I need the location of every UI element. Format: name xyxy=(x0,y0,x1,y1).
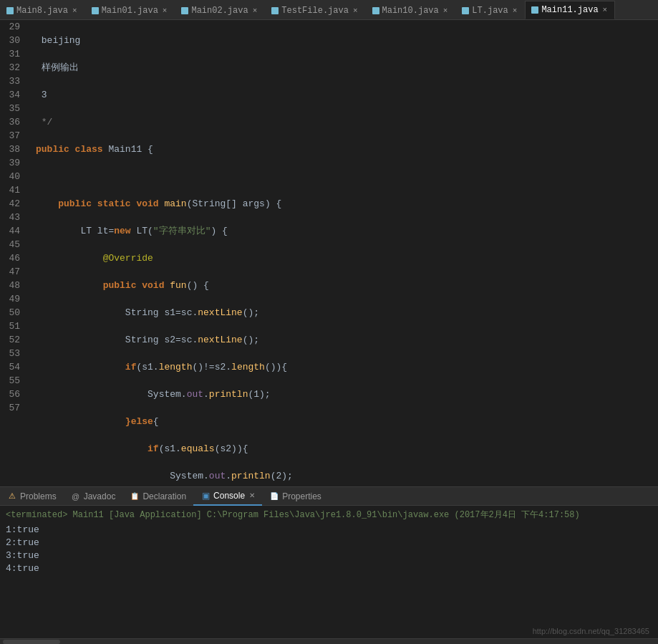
java-file-icon xyxy=(181,7,188,14)
console-output-line-3: 3:true xyxy=(6,549,652,562)
code-line-36: LT lt=new LT("字符串对比") { xyxy=(36,224,658,238)
code-line-39: String s1=sc.nextLine(); xyxy=(36,306,658,319)
tab-properties[interactable]: 📄 Properties xyxy=(262,487,329,506)
tab-problems[interactable]: ⚠ Problems xyxy=(0,487,64,506)
tab-close-icon[interactable]: × xyxy=(352,6,359,15)
tab-label: Main01.java xyxy=(102,6,158,16)
tab-label: Main02.java xyxy=(191,6,248,16)
warning-icon: ⚠ xyxy=(7,491,17,501)
tab-label: Main8.java xyxy=(16,6,68,16)
java-file-icon xyxy=(271,7,279,14)
tab-main11[interactable]: Main11.java × xyxy=(525,1,615,19)
tab-close-icon[interactable]: × xyxy=(161,6,169,15)
gutter xyxy=(26,20,33,486)
code-line-42: System.out.println(1); xyxy=(36,388,658,401)
tab-lt[interactable]: LT.java × xyxy=(455,1,525,19)
code-editor[interactable]: 29 30 31 32 33 34 35 36 37 38 39 40 41 4… xyxy=(0,20,658,486)
code-line-30: 样例输出 xyxy=(36,61,658,75)
tab-testfile[interactable]: TestFile.java × xyxy=(265,1,365,19)
tab-close-icon[interactable]: × xyxy=(601,6,609,14)
tab-console-label: Console xyxy=(213,491,245,501)
line-numbers: 29 30 31 32 33 34 35 36 37 38 39 40 41 4… xyxy=(0,20,26,486)
declaration-icon: 📋 xyxy=(130,491,140,501)
java-file-icon xyxy=(92,7,99,14)
tab-declaration[interactable]: 📋 Declaration xyxy=(122,487,193,506)
code-line-41: if(s1.length()!=s2.length()){ xyxy=(36,360,658,374)
tab-properties-label: Properties xyxy=(282,491,321,501)
console-output-line-1: 1:true xyxy=(6,524,652,537)
tab-label: TestFile.java xyxy=(281,6,349,16)
console-terminated-line: <terminated> Main11 [Java Application] C… xyxy=(6,509,652,521)
java-file-icon xyxy=(462,7,469,14)
tab-main01[interactable]: Main01.java × xyxy=(85,1,175,19)
tab-main8[interactable]: Main8.java × xyxy=(0,1,85,19)
tab-label: LT.java xyxy=(472,6,508,16)
code-line-37: @Override xyxy=(36,251,658,265)
watermark: http://blog.csdn.net/qq_31283465 xyxy=(533,627,649,635)
tab-main02[interactable]: Main02.java × xyxy=(175,1,265,19)
code-content[interactable]: beijing 样例输出 3 */ public class Main11 { … xyxy=(33,20,658,486)
java-file-icon xyxy=(531,6,538,14)
code-line-44: if(s1.equals(s2)){ xyxy=(36,442,658,456)
java-file-icon xyxy=(372,7,379,14)
bottom-scrollbar[interactable] xyxy=(0,638,658,644)
tab-javadoc-label: Javadoc xyxy=(84,491,116,501)
console-close-icon[interactable]: ✕ xyxy=(249,491,255,499)
tab-close-icon[interactable]: × xyxy=(251,6,259,15)
tab-close-icon[interactable]: × xyxy=(511,6,519,15)
tab-bar: Main8.java × Main01.java × Main02.java ×… xyxy=(0,0,658,20)
tab-label: Main11.java xyxy=(541,5,598,15)
bottom-tab-bar: ⚠ Problems @ Javadoc 📋 Declaration ▣ Con… xyxy=(0,487,658,506)
code-line-33: public class Main11 { xyxy=(36,143,658,156)
javadoc-icon: @ xyxy=(71,491,81,501)
scrollbar-thumb[interactable] xyxy=(3,640,60,644)
console-output-line-4: 4:true xyxy=(6,562,652,575)
tab-close-icon[interactable]: × xyxy=(442,6,450,15)
console-output-line-2: 2:true xyxy=(6,537,652,549)
tab-main10[interactable]: Main10.java × xyxy=(366,1,456,19)
code-line-32: */ xyxy=(36,115,658,129)
console-icon: ▣ xyxy=(200,491,211,501)
tab-close-icon[interactable]: × xyxy=(71,6,79,15)
code-line-38: public void fun() { xyxy=(36,279,658,292)
code-line-34 xyxy=(36,170,658,183)
tab-declaration-label: Declaration xyxy=(142,491,186,501)
tab-console[interactable]: ▣ Console ✕ xyxy=(193,487,262,506)
code-line-43: }else{ xyxy=(36,415,658,428)
console-output: <terminated> Main11 [Java Application] C… xyxy=(0,506,658,638)
properties-icon: 📄 xyxy=(269,491,279,501)
code-line-31: 3 xyxy=(36,88,658,102)
tab-javadoc[interactable]: @ Javadoc xyxy=(64,487,123,506)
code-line-40: String s2=sc.nextLine(); xyxy=(36,333,658,347)
java-file-icon xyxy=(6,7,14,14)
code-line-29: beijing xyxy=(36,34,658,47)
tab-problems-label: Problems xyxy=(20,491,57,501)
bottom-panel: ⚠ Problems @ Javadoc 📋 Declaration ▣ Con… xyxy=(0,486,658,644)
code-line-45: System.out.println(2); xyxy=(36,469,658,483)
code-line-35: public static void main(String[] args) { xyxy=(36,197,658,211)
tab-label: Main10.java xyxy=(382,6,439,16)
